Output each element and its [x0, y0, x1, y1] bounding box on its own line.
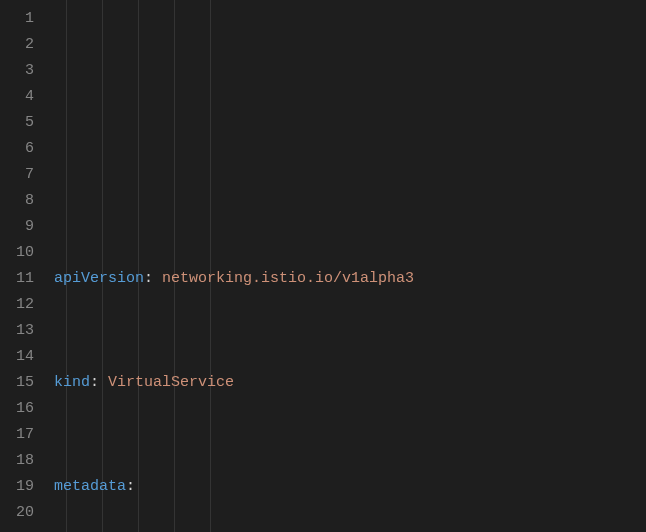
line-number: 12	[0, 292, 34, 318]
line-number: 2	[0, 32, 34, 58]
colon: :	[126, 478, 135, 495]
colon: :	[90, 374, 99, 391]
yaml-value: networking.istio.io/v1alpha3	[162, 270, 414, 287]
line-number: 10	[0, 240, 34, 266]
code-editor[interactable]: 1 2 3 4 5 6 7 8 9 10 11 12 13 14 15 16 1…	[0, 0, 646, 532]
line-number: 3	[0, 58, 34, 84]
line-number: 14	[0, 344, 34, 370]
line-number: 19	[0, 474, 34, 500]
line-number: 4	[0, 84, 34, 110]
colon: :	[144, 270, 153, 287]
yaml-value: VirtualService	[108, 374, 234, 391]
yaml-key: apiVersion	[54, 270, 144, 287]
line-number: 8	[0, 188, 34, 214]
line-number-gutter: 1 2 3 4 5 6 7 8 9 10 11 12 13 14 15 16 1…	[0, 0, 48, 532]
line-number: 18	[0, 448, 34, 474]
line-number: 7	[0, 162, 34, 188]
code-line[interactable]: kind: VirtualService	[54, 370, 646, 396]
line-number: 16	[0, 396, 34, 422]
yaml-key: metadata	[54, 478, 126, 495]
line-number: 5	[0, 110, 34, 136]
line-number: 6	[0, 136, 34, 162]
line-number: 20	[0, 500, 34, 526]
yaml-key: kind	[54, 374, 90, 391]
line-number: 1	[0, 6, 34, 32]
line-number: 9	[0, 214, 34, 240]
code-line[interactable]: metadata:	[54, 474, 646, 500]
line-number: 17	[0, 422, 34, 448]
line-number: 15	[0, 370, 34, 396]
line-number: 13	[0, 318, 34, 344]
code-area[interactable]: apiVersion: networking.istio.io/v1alpha3…	[48, 0, 646, 532]
line-number: 11	[0, 266, 34, 292]
code-line[interactable]: apiVersion: networking.istio.io/v1alpha3	[54, 266, 646, 292]
